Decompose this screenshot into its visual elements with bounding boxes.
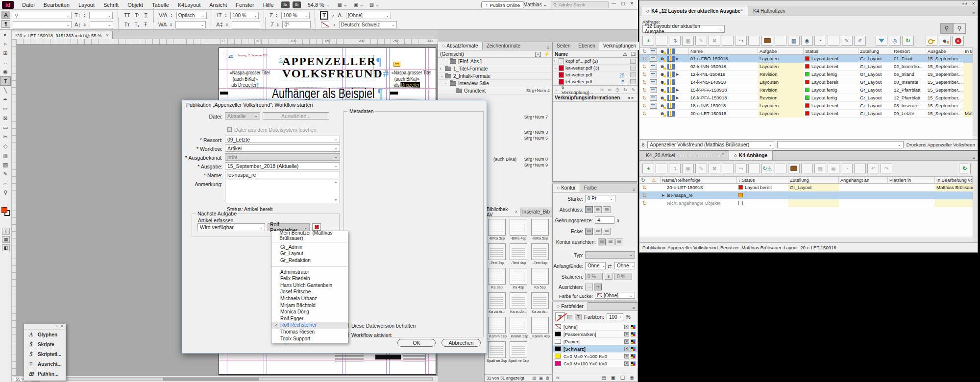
view-options-icon[interactable]: ▣ ⌄ <box>353 2 364 7</box>
assignee-option[interactable]: Mein Benutzer (Matthias Brülisauer) <box>271 232 348 239</box>
font-family-field[interactable]: ⚲⌄ <box>13 12 72 19</box>
show-subset-icon[interactable]: ▤ <box>532 376 537 381</box>
attachment-row[interactable]: ↻ ▶let-naspa_re <box>639 191 973 199</box>
library-item[interactable]: Ka zu Ar... <box>486 292 508 317</box>
toolbar-icon[interactable] <box>788 164 800 173</box>
library-item[interactable]: _Kamm 1sp <box>486 317 508 341</box>
tab-k4-artikel[interactable]: K4 „20 Artikel -------------------------… <box>641 150 729 160</box>
panel-menu-icon[interactable]: ≡ <box>970 155 978 160</box>
tool-icon[interactable]: ↔ <box>0 58 11 67</box>
assignee-option[interactable]: Gr_Admin <box>271 244 348 251</box>
new-item-icon[interactable]: ▣ <box>539 376 543 381</box>
toolbar-icon[interactable] <box>722 164 734 173</box>
toolbar-icon[interactable] <box>748 164 760 173</box>
checkout-col-icon[interactable]: ↻ <box>641 48 648 54</box>
clipboard-col-icon[interactable] <box>650 48 657 54</box>
secondary-dropdown[interactable]: ⌄ <box>777 141 903 148</box>
para-formatting-toggle[interactable]: ¶ <box>1 20 10 28</box>
black-ad-bar[interactable] <box>375 355 401 359</box>
col-ressort[interactable]: Ressort <box>892 48 926 54</box>
horizontal-scrollbar[interactable] <box>48 377 433 381</box>
library-item[interactable]: Ka 4sp <box>508 268 529 292</box>
swatch-row[interactable]: C=0 M=0 Y=100 K=0 ✕ <box>553 353 637 360</box>
toolbar-icon[interactable]: ✖ <box>709 36 720 46</box>
tab-bibliothek-av[interactable]: Bibliothek-AV✕ <box>485 208 520 216</box>
swatch-row[interactable]: [Papier] ✕ <box>553 338 637 345</box>
close-icon[interactable]: ✕ <box>60 324 64 329</box>
user-col-icon[interactable]: ☻ <box>659 48 666 54</box>
toolbar-icon[interactable]: ◉ <box>828 164 839 173</box>
checkout-col-icon[interactable]: ↻ <box>641 177 645 183</box>
close-button[interactable]: ✕ <box>630 1 634 6</box>
tool-icon[interactable]: ◇ <box>0 142 11 151</box>
tool-icon[interactable]: ⊠ <box>0 114 11 123</box>
toolbar-icon[interactable]: ◉ <box>801 36 813 46</box>
toolbar-icon[interactable]: ✎ <box>695 36 707 46</box>
tool-icon[interactable]: ✏ <box>0 104 11 114</box>
library-item[interactable]: -Text 5sp <box>529 243 551 268</box>
redefine-style-icon[interactable]: ⚡ <box>544 51 550 57</box>
tool-icon[interactable]: ✒ <box>0 95 11 104</box>
tool-icon[interactable]: ▹ <box>0 39 11 48</box>
fill-stroke-proxy[interactable] <box>1 207 10 216</box>
structure-search-icon[interactable]: ⚲ <box>940 23 953 34</box>
delete-item-icon[interactable]: 🗑 <box>545 376 550 381</box>
skew-field[interactable]: 0° <box>282 21 311 28</box>
horizontal-ruler[interactable]: 050100150200250300 <box>16 39 438 45</box>
toolbar-icon[interactable] <box>748 36 760 46</box>
attachment-row[interactable]: ↻ Nicht angehängte Objekte <box>639 199 973 207</box>
scale-start-field[interactable]: 0 % <box>585 273 603 280</box>
binoculars-icon[interactable]: ◎ <box>889 36 901 46</box>
toolbar-icon[interactable] <box>828 36 839 46</box>
toolbar-icon[interactable]: ✎ <box>841 36 853 46</box>
style-item[interactable]: GrundtextStrg+Num 4 <box>438 87 552 95</box>
tab-k4-haftnotizen[interactable]: K4 Haftnotizen <box>748 6 790 16</box>
remove-user-icon[interactable]: ✕ <box>952 36 964 46</box>
refresh-icon[interactable]: ↻ <box>959 164 971 173</box>
headline-frame[interactable]: Aufhänger als Beispiel ¶ <box>227 87 428 100</box>
text-fill-proxy-icon[interactable]: T <box>555 312 565 321</box>
tab-seiten[interactable]: Seiten <box>553 42 574 50</box>
library-item[interactable]: -BiKa 5sp <box>529 219 551 243</box>
library-item[interactable]: Ka zu Ar... <box>529 292 551 317</box>
menu-item[interactable]: Ansicht <box>205 1 231 9</box>
col-status[interactable]: ↓ Status <box>737 177 788 183</box>
stroke-weight-field[interactable]: 0 Pt⌄ <box>585 195 615 202</box>
publication-dropdown[interactable]: Appenzeller Volksfreund (Matthias Brülis… <box>647 141 774 148</box>
right-title-note[interactable]: «Naspa-grosser Titel (auch BiKa)» als Dr… <box>388 70 426 88</box>
align-center-icon[interactable] <box>598 239 606 245</box>
layout-row[interactable]: ↻☻▶ 12-k-INL-150918 Revision Layout fert… <box>639 71 973 78</box>
assignee-option[interactable]: Gr_Redaktion <box>271 257 348 264</box>
link-row[interactable]: ›kopf pf....pdf (2) <box>553 58 637 65</box>
underline-icon[interactable]: T <box>144 13 148 18</box>
menu-item[interactable]: Datei <box>18 1 39 9</box>
swatch-row[interactable]: [Schwarz] ✕ <box>553 345 637 353</box>
tool-icon[interactable]: ⊞ <box>0 48 11 58</box>
col-ausgabe[interactable]: Ausgabe <box>926 48 963 54</box>
align-arrow2-icon[interactable]: ⇥ <box>594 284 602 290</box>
vscale-field[interactable]: 100 %⌄ <box>230 12 259 19</box>
baseline-shift-field[interactable] <box>232 21 260 28</box>
arrange-docs-icon[interactable]: ▥ ⌄ <box>369 2 380 7</box>
library-item[interactable]: -Text 3sp <box>486 243 508 268</box>
leading-field[interactable]: ⌄ <box>90 21 113 28</box>
assignee-option[interactable]: Thomas Riesen <box>271 329 348 335</box>
language-field[interactable]: Deutsch: Schweiz⌄ <box>339 21 397 28</box>
close-icon[interactable]: ✕ <box>972 1 975 6</box>
library-item[interactable]: -BiKa 3sp <box>486 219 508 243</box>
query-dropdown[interactable]: *12 Layouts der aktuellen Ausgabe⌄ <box>642 25 725 33</box>
magnifier-icon[interactable]: ⚲ <box>953 23 966 34</box>
col-zuteilung[interactable]: Zuteilung <box>788 177 839 183</box>
auswaehlen-button[interactable]: Auswählen... <box>263 112 329 119</box>
delete-file-checkbox[interactable] <box>227 127 232 132</box>
zoom-level[interactable]: 54.8 % <box>308 2 324 8</box>
tab-farbfelder[interactable]: ◇Farbfelder <box>553 302 588 310</box>
toolbar-icon[interactable]: ↶ <box>867 164 879 173</box>
new-color-group-icon[interactable]: ▤ <box>601 375 606 381</box>
align-outside-icon[interactable] <box>615 239 623 245</box>
toolbar-icon[interactable]: ↻⚠ <box>761 164 773 173</box>
link-page-number[interactable]: E <box>621 79 627 84</box>
adobe-stock-search[interactable]: ⚲Adobe Stock <box>551 1 609 8</box>
char-formatting-toggle[interactable]: A <box>1 11 10 19</box>
gap-color-field[interactable]: [Ohne]⌄ <box>595 292 635 299</box>
